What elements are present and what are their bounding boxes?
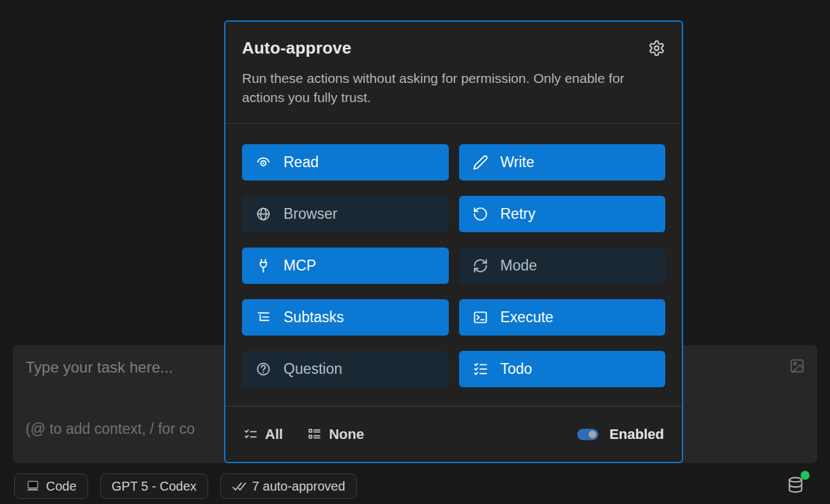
eye-icon [255, 154, 271, 170]
task-input-hint: (@ to add context, / for co [26, 420, 195, 438]
mode-selector-button[interactable]: Code [14, 473, 88, 499]
approve-button-question[interactable]: Question [242, 351, 449, 387]
mode-label: Code [46, 479, 77, 494]
status-bar: Code GPT 5 - Codex 7 auto-approved [14, 473, 357, 499]
enabled-label: Enabled [609, 426, 664, 443]
database-button[interactable] [787, 475, 807, 496]
image-icon[interactable] [789, 358, 805, 374]
double-check-icon [232, 479, 246, 494]
approve-button-label: Todo [501, 360, 532, 378]
plug-icon [255, 258, 271, 274]
auto-approved-label: 7 auto-approved [252, 479, 345, 494]
status-green-dot [801, 471, 810, 480]
approve-button-todo[interactable]: Todo [459, 351, 666, 387]
pencil-icon [472, 154, 488, 170]
select-all-label: All [265, 426, 283, 443]
approve-button-label: Write [501, 154, 534, 171]
approve-button-mcp[interactable]: MCP [242, 248, 449, 284]
approve-button-label: Mode [501, 257, 538, 274]
list-select-icon [307, 427, 322, 441]
popover-title: Auto-approve [242, 38, 351, 58]
checklist-icon [472, 361, 488, 377]
enabled-toggle[interactable] [577, 429, 598, 440]
auto-approve-popover: Auto-approve Run these actions without a… [224, 20, 683, 463]
approve-button-read[interactable]: Read [242, 144, 449, 181]
select-none-label: None [329, 426, 364, 443]
retry-icon [472, 206, 488, 222]
toggle-knob [589, 431, 596, 438]
gear-icon[interactable] [648, 40, 665, 57]
globe-icon [255, 206, 271, 222]
laptop-icon [26, 479, 40, 494]
approve-button-label: MCP [283, 257, 316, 274]
select-none-button[interactable]: None [307, 426, 364, 443]
sync-icon [472, 258, 488, 274]
approve-button-label: Read [283, 154, 319, 171]
approve-button-label: Question [283, 360, 342, 378]
check-all-icon [243, 427, 258, 441]
task-input-placeholder: Type your task here... [26, 359, 173, 376]
approve-button-execute[interactable]: Execute [459, 299, 666, 336]
model-label: GPT 5 - Codex [112, 479, 197, 494]
popover-header: Auto-approve Run these actions without a… [225, 22, 682, 123]
approve-button-subtasks[interactable]: Subtasks [242, 299, 449, 336]
question-icon [255, 361, 271, 377]
terminal-icon [472, 309, 488, 325]
popover-footer: All None Enabled [225, 406, 682, 462]
approve-grid: ReadWriteBrowserRetryMCPModeSubtasksExec… [225, 124, 682, 387]
approve-button-label: Subtasks [283, 309, 344, 326]
approve-button-label: Execute [501, 309, 554, 326]
approve-button-label: Browser [283, 205, 337, 223]
auto-approved-button[interactable]: 7 auto-approved [220, 473, 357, 499]
select-all-button[interactable]: All [243, 426, 283, 443]
list-tree-icon [255, 309, 271, 325]
approve-button-retry[interactable]: Retry [459, 196, 666, 232]
model-selector-button[interactable]: GPT 5 - Codex [100, 473, 208, 499]
approve-button-label: Retry [501, 205, 536, 223]
popover-description: Run these actions without asking for per… [242, 69, 640, 123]
approve-button-browser[interactable]: Browser [242, 196, 449, 232]
approve-button-write[interactable]: Write [459, 144, 666, 181]
approve-button-mode[interactable]: Mode [459, 248, 666, 284]
